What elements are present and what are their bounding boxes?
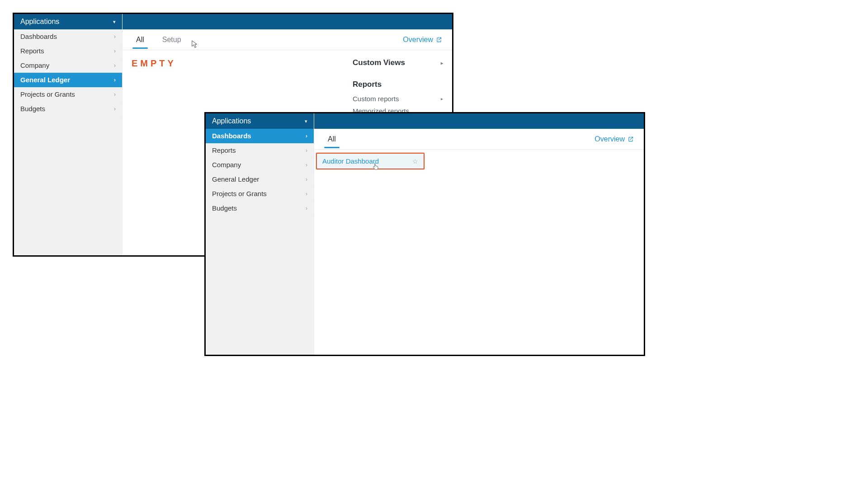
sidebar-header[interactable]: Applications ▾: [14, 14, 122, 29]
sidebar-item-label: Projects or Grants: [212, 190, 267, 197]
sidebar-title: Applications: [20, 18, 59, 26]
tab-all[interactable]: All: [132, 31, 148, 48]
empty-label: EMPTY: [132, 58, 176, 69]
sidebar-item-projects-or-grants[interactable]: Projects or Grants ›: [14, 87, 122, 102]
main-area: All Overview Auditor Dashboard ☆: [314, 113, 644, 355]
sidebar-item-label: Company: [212, 161, 241, 169]
tab-all[interactable]: All: [324, 130, 340, 148]
custom-reports-link[interactable]: Custom reports ▸: [353, 93, 443, 105]
chevron-right-icon: ›: [306, 176, 307, 183]
chevron-right-icon: ›: [114, 62, 116, 69]
cursor-arrow-icon: [191, 40, 198, 50]
external-link-icon: [627, 136, 634, 142]
star-icon[interactable]: ☆: [412, 158, 418, 165]
chevron-right-icon: ›: [114, 106, 116, 112]
sidebar-item-label: Budgets: [20, 105, 45, 113]
sidebar-item-label: General Ledger: [20, 76, 70, 84]
chevron-right-icon: ›: [306, 147, 307, 154]
sidebar-item-label: General Ledger: [212, 175, 259, 183]
overview-link[interactable]: Overview: [403, 36, 442, 44]
chevron-down-icon: ▾: [305, 118, 307, 124]
sidebar-item-projects-or-grants[interactable]: Projects or Grants ›: [206, 187, 314, 201]
sidebar-item-label: Dashboards: [20, 33, 57, 40]
sidebar: Applications ▾ Dashboards › Reports › Co…: [206, 113, 314, 355]
sidebar-item-company[interactable]: Company ›: [14, 58, 122, 73]
topbar: [123, 14, 452, 29]
overview-label: Overview: [594, 135, 625, 143]
sidebar-item-label: Dashboards: [212, 132, 251, 140]
sidebar-item-general-ledger[interactable]: General Ledger ›: [14, 73, 122, 87]
tab-bar: All Setup Overview: [123, 29, 452, 50]
custom-reports-label: Custom reports: [353, 95, 399, 103]
window-dashboards: Applications ▾ Dashboards › Reports › Co…: [204, 112, 645, 356]
chevron-right-icon: ›: [306, 133, 307, 139]
custom-views-label: Custom Views: [353, 58, 405, 67]
reports-header-label: Reports: [353, 80, 382, 89]
sidebar-item-dashboards[interactable]: Dashboards ›: [14, 29, 122, 44]
overview-link[interactable]: Overview: [594, 135, 634, 143]
sidebar-item-general-ledger[interactable]: General Ledger ›: [206, 172, 314, 187]
right-column: Custom Views ▸ Reports Custom reports ▸ …: [353, 55, 452, 117]
chevron-right-icon: ›: [114, 91, 116, 98]
chevron-down-icon: ▾: [113, 19, 116, 25]
sidebar-item-budgets[interactable]: Budgets ›: [14, 102, 122, 116]
sidebar-item-reports[interactable]: Reports ›: [206, 143, 314, 158]
overview-label: Overview: [403, 36, 433, 44]
window-body: Applications ▾ Dashboards › Reports › Co…: [206, 113, 644, 355]
sidebar-header[interactable]: Applications ▾: [206, 113, 314, 129]
caret-right-icon: ▸: [441, 61, 443, 66]
external-link-icon: [436, 37, 442, 43]
tab-bar: All Overview: [314, 129, 644, 150]
auditor-dashboard-label: Auditor Dashboard: [322, 157, 379, 165]
caret-right-icon: ▸: [441, 96, 443, 101]
sidebar-title: Applications: [212, 117, 251, 125]
sidebar-item-label: Budgets: [212, 204, 237, 212]
tab-setup[interactable]: Setup: [159, 31, 185, 48]
sidebar-item-label: Projects or Grants: [20, 90, 75, 98]
sidebar-item-label: Company: [20, 61, 49, 69]
sidebar-item-reports[interactable]: Reports ›: [14, 44, 122, 58]
sidebar-item-company[interactable]: Company ›: [206, 158, 314, 172]
sidebar-item-label: Reports: [212, 146, 236, 154]
chevron-right-icon: ›: [306, 162, 307, 168]
chevron-right-icon: ›: [114, 33, 116, 40]
chevron-right-icon: ›: [114, 77, 116, 83]
sidebar-item-budgets[interactable]: Budgets ›: [206, 201, 314, 216]
chevron-right-icon: ›: [114, 48, 116, 54]
content-area: Auditor Dashboard ☆: [314, 150, 644, 355]
sidebar-item-dashboards[interactable]: Dashboards ›: [206, 129, 314, 143]
topbar: [314, 113, 644, 129]
chevron-right-icon: ›: [306, 191, 307, 197]
custom-views-header[interactable]: Custom Views ▸: [353, 55, 443, 71]
sidebar-item-label: Reports: [20, 47, 44, 55]
chevron-right-icon: ›: [306, 205, 307, 211]
reports-header: Reports: [353, 76, 443, 93]
sidebar: Applications ▾ Dashboards › Reports › Co…: [14, 14, 123, 255]
auditor-dashboard-item[interactable]: Auditor Dashboard ☆: [316, 153, 425, 169]
